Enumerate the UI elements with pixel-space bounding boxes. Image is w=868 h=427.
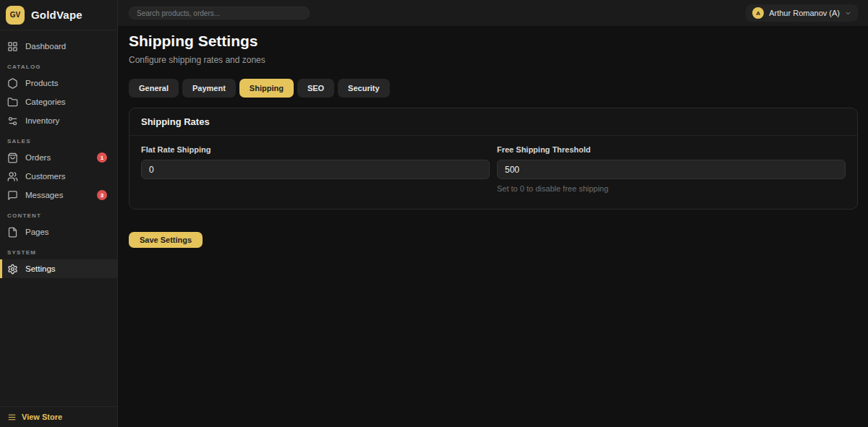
- sidebar-item-label: Customers: [25, 172, 66, 181]
- page-title: Shipping Settings: [129, 33, 858, 50]
- flat-rate-label: Flat Rate Shipping: [141, 145, 490, 154]
- brand-name: GoldVape: [31, 9, 82, 21]
- free-threshold-field-group: Free Shipping Threshold Set to 0 to disa…: [497, 145, 846, 193]
- tab-seo[interactable]: SEO: [297, 79, 334, 98]
- sidebar-item-label: Categories: [25, 98, 66, 106]
- save-settings-button[interactable]: Save Settings: [129, 232, 203, 248]
- sidebar-item-label: Products: [25, 79, 58, 87]
- tab-security[interactable]: Security: [338, 79, 389, 98]
- free-threshold-label: Free Shipping Threshold: [497, 145, 846, 154]
- section-label-catalog: CATALOG: [7, 64, 117, 70]
- orders-badge: 1: [97, 152, 107, 163]
- app-window: GV GoldVape Dashboard CATALOG Products C…: [0, 0, 868, 427]
- hexagon-icon: [7, 78, 18, 89]
- section-label-system: SYSTEM: [7, 249, 117, 256]
- sidebar-item-label: Messages: [25, 191, 63, 199]
- flat-rate-input[interactable]: [141, 160, 490, 179]
- view-store-label: View Store: [22, 413, 62, 421]
- sidebar-item-customers[interactable]: Customers: [0, 167, 117, 186]
- sidebar-item-categories[interactable]: Categories: [0, 92, 117, 111]
- sidebar-item-messages[interactable]: Messages 3: [0, 186, 117, 204]
- sliders-icon: [7, 116, 18, 126]
- free-threshold-help: Set to 0 to disable free shipping: [497, 184, 846, 193]
- tab-general[interactable]: General: [129, 79, 179, 98]
- users-icon: [7, 171, 18, 182]
- free-threshold-input[interactable]: [497, 160, 846, 179]
- sidebar: GV GoldVape Dashboard CATALOG Products C…: [0, 0, 118, 427]
- dashboard-icon: [7, 41, 18, 52]
- card-body: Flat Rate Shipping Free Shipping Thresho…: [129, 136, 857, 209]
- sidebar-item-label: Inventory: [25, 116, 59, 125]
- topbar: A Arthur Romanov (A): [118, 0, 868, 26]
- sidebar-item-inventory[interactable]: Inventory: [0, 111, 117, 130]
- sidebar-item-orders[interactable]: Orders 1: [0, 148, 117, 167]
- page-subtitle: Configure shipping rates and zones: [129, 55, 858, 65]
- sidebar-item-label: Settings: [25, 264, 56, 273]
- search-input[interactable]: [129, 7, 310, 20]
- gear-icon: [7, 264, 18, 275]
- chevron-down-icon: [845, 10, 851, 17]
- sidebar-item-products[interactable]: Products: [0, 74, 117, 92]
- menu-icon: [7, 413, 17, 422]
- tab-shipping[interactable]: Shipping: [239, 79, 294, 98]
- card-title: Shipping Rates: [129, 108, 857, 136]
- flat-rate-field-group: Flat Rate Shipping: [141, 145, 490, 193]
- shipping-rates-card: Shipping Rates Flat Rate Shipping Free S…: [129, 108, 858, 210]
- brand-logo: GV: [6, 6, 25, 25]
- tab-bar: General Payment Shipping SEO Security: [129, 79, 858, 98]
- sidebar-item-label: Pages: [25, 228, 49, 236]
- sidebar-item-pages[interactable]: Pages: [0, 223, 117, 241]
- user-name: Arthur Romanov (A): [769, 9, 840, 17]
- avatar: A: [752, 7, 764, 19]
- sidebar-nav: Dashboard CATALOG Products Categories In…: [0, 30, 117, 406]
- content: Shipping Settings Configure shipping rat…: [118, 26, 868, 248]
- folder-icon: [7, 97, 18, 108]
- tab-payment[interactable]: Payment: [182, 79, 236, 98]
- sidebar-item-settings[interactable]: Settings: [0, 259, 117, 278]
- sidebar-item-label: Dashboard: [25, 42, 66, 51]
- section-label-content: CONTENT: [7, 212, 117, 219]
- sidebar-item-dashboard[interactable]: Dashboard: [0, 37, 117, 56]
- message-icon: [7, 190, 18, 201]
- shopping-bag-icon: [7, 152, 18, 163]
- messages-badge: 3: [97, 190, 107, 200]
- view-store-link[interactable]: View Store: [0, 406, 117, 427]
- user-menu[interactable]: A Arthur Romanov (A): [746, 4, 858, 22]
- section-label-sales: SALES: [7, 138, 117, 145]
- brand: GV GoldVape: [0, 0, 117, 30]
- main-area: A Arthur Romanov (A) Shipping Settings C…: [118, 0, 868, 427]
- sidebar-item-label: Orders: [25, 153, 51, 162]
- file-icon: [7, 227, 18, 238]
